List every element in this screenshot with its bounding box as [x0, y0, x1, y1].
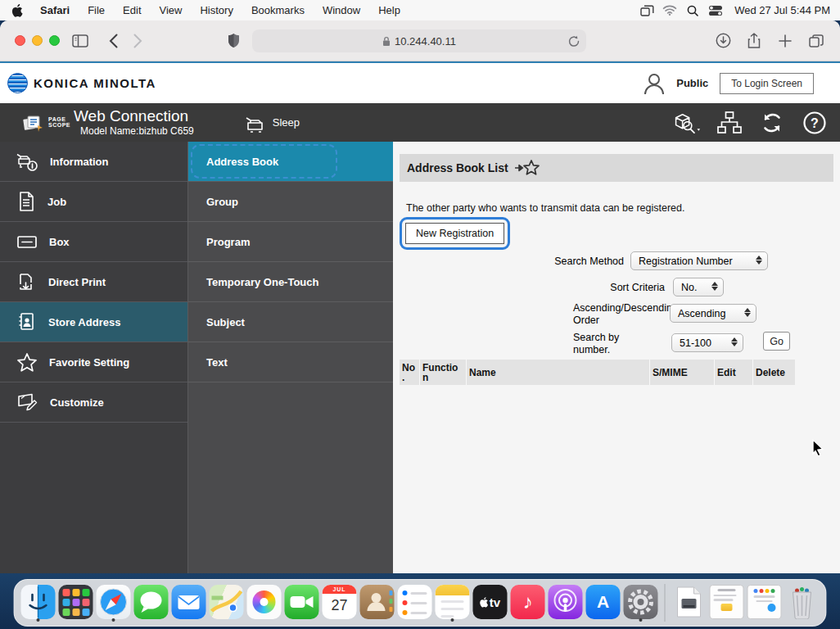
model-name: Model Name:bizhub C659 [80, 125, 194, 137]
minimize-button[interactable] [32, 35, 43, 46]
subnav-item-program[interactable]: Program [188, 222, 393, 262]
sidebar-item-job[interactable]: Job [0, 182, 187, 222]
menu-file[interactable]: File [79, 4, 114, 16]
sidebar-item-label: Job [47, 196, 66, 208]
running-indicator [451, 618, 454, 622]
new-registration-button[interactable]: New Registration [405, 223, 504, 244]
dock-finder-icon[interactable] [21, 585, 56, 619]
tab-overview-icon[interactable] [804, 30, 829, 52]
dock-document-icon[interactable] [672, 585, 707, 619]
menu-help[interactable]: Help [369, 4, 409, 16]
dock-trash-icon[interactable] [785, 585, 820, 619]
ascending-descending-value: Ascending [678, 308, 725, 319]
url-text: 10.244.40.11 [395, 35, 456, 48]
menu-history[interactable]: History [191, 4, 242, 16]
zoom-button[interactable] [49, 35, 60, 46]
dock-reminders-icon[interactable] [398, 585, 432, 619]
sidebar-item-customize[interactable]: Customize [0, 382, 187, 423]
menu-window[interactable]: Window [314, 4, 369, 16]
customize-icon [16, 392, 38, 412]
dock-maps-icon[interactable] [210, 585, 244, 619]
dock-contacts-icon[interactable] [360, 585, 395, 619]
sidebar-item-box[interactable]: Box [0, 222, 187, 262]
menu-safari[interactable]: Safari [31, 4, 79, 16]
menu-edit[interactable]: Edit [114, 4, 150, 16]
dock-mail-icon[interactable] [172, 585, 206, 619]
sidebar-item-information[interactable]: Information [0, 142, 187, 182]
site-header: KONICA MINOLTA Public To Login Screen [0, 61, 840, 103]
menu-bookmarks[interactable]: Bookmarks [242, 4, 314, 16]
dock-music-icon[interactable]: ♪ [511, 585, 545, 619]
dock-minimized-window-1-icon[interactable] [710, 585, 744, 619]
dock-divider [665, 584, 666, 622]
wifi-icon[interactable] [661, 3, 679, 18]
search-method-select[interactable]: Registration Number [630, 251, 768, 270]
dock-photos-icon[interactable] [247, 585, 282, 619]
dock-system-settings-icon[interactable] [624, 585, 658, 619]
share-icon[interactable] [742, 30, 766, 52]
menu-view[interactable]: View [151, 4, 192, 16]
forward-button[interactable] [125, 30, 150, 52]
direct-print-icon [16, 271, 37, 292]
go-button[interactable]: Go [763, 332, 790, 351]
to-login-screen-button[interactable]: To Login Screen [720, 73, 814, 94]
spotlight-icon[interactable] [684, 3, 702, 18]
network-icon[interactable] [716, 110, 743, 136]
sidebar-item-label: Box [49, 236, 70, 248]
app-title: Web Connection [74, 108, 194, 124]
back-button[interactable] [101, 30, 125, 52]
add-to-favorites-icon[interactable] [513, 158, 541, 178]
pagescope-icon [21, 112, 46, 133]
store-address-icon [16, 311, 37, 333]
dock-app-store-icon[interactable]: A [586, 585, 621, 619]
screen-mirroring-icon[interactable] [638, 3, 656, 18]
subnav-item-group[interactable]: Group [188, 182, 393, 222]
device-information-icon[interactable] [673, 110, 701, 136]
subnav-item-text[interactable]: Text [188, 342, 393, 382]
select-arrows-icon [756, 256, 762, 265]
calendar-month: JUL [323, 585, 357, 594]
user-icon [644, 72, 665, 95]
select-arrows-icon [744, 308, 751, 317]
dock-safari-icon[interactable] [97, 585, 131, 619]
sort-criteria-select[interactable]: No. [673, 278, 724, 296]
running-indicator [639, 618, 643, 622]
running-indicator [37, 618, 40, 622]
subnav-item-temporary-one-touch[interactable]: Temporary One-Touch [188, 262, 393, 302]
subnav-item-address-book[interactable]: Address Book [188, 142, 393, 182]
refresh-icon[interactable] [758, 110, 786, 136]
reload-icon[interactable] [568, 35, 580, 48]
sidebar-item-favorite-setting[interactable]: Favorite Setting [0, 342, 187, 382]
new-tab-icon[interactable] [773, 30, 797, 52]
subnav-item-subject[interactable]: Subject [188, 302, 393, 342]
sidebar-item-store-address[interactable]: Store Address [0, 302, 187, 342]
menu-clock[interactable]: Wed 27 Jul 5:44 PM [729, 4, 830, 16]
calendar-day: 27 [323, 594, 357, 617]
ascending-descending-select[interactable]: Ascending [670, 304, 756, 323]
control-center-icon[interactable] [707, 3, 725, 18]
dock-launchpad-icon[interactable] [59, 585, 93, 619]
dock-calendar-icon[interactable]: JUL 27 [323, 585, 357, 619]
address-book-table: No. Function Name S/MIME Edit Delete [400, 360, 795, 385]
dock-messages-icon[interactable] [134, 585, 169, 619]
sidebar-item-direct-print[interactable]: Direct Print [0, 262, 187, 302]
dock-podcasts-icon[interactable] [549, 585, 583, 619]
apple-menu-icon[interactable] [11, 4, 23, 17]
dock-facetime-icon[interactable] [285, 585, 319, 619]
close-button[interactable] [15, 35, 25, 46]
safari-window: 10.244.40.11 KONICA MINOLTA [0, 20, 840, 573]
column-header-name: Name [467, 360, 650, 385]
search-method-value: Registration Number [639, 256, 733, 267]
sidebar-toggle-icon[interactable] [68, 30, 93, 52]
dock-notes-icon[interactable] [436, 585, 470, 619]
main-content: Address Book List The other party who wa… [393, 142, 840, 573]
dock-minimized-window-2-icon[interactable] [747, 585, 782, 619]
privacy-shield-icon[interactable] [221, 30, 246, 52]
km-globe-icon [7, 73, 28, 93]
dock-apple-tv-icon[interactable]: tv [473, 585, 508, 619]
column-header-delete: Delete [753, 360, 795, 385]
address-bar[interactable]: 10.244.40.11 [252, 29, 586, 52]
search-by-number-select[interactable]: 51-100 [671, 333, 743, 352]
help-icon[interactable]: ? [801, 110, 829, 136]
downloads-icon[interactable] [711, 30, 735, 52]
